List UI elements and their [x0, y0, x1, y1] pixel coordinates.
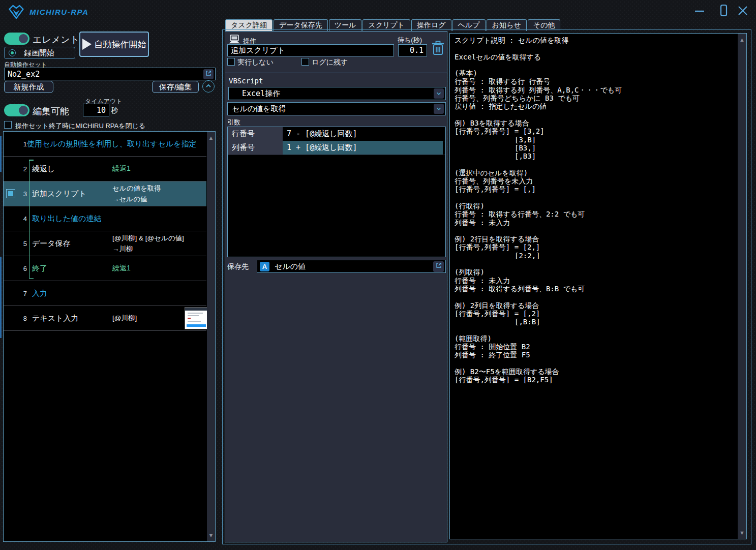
variable-type-icon: A — [260, 262, 269, 271]
argument-name: 行番号 — [228, 127, 283, 141]
skip-execution-label: 実行しない — [237, 58, 274, 67]
minimize-icon — [694, 5, 705, 18]
step-number: 7 — [4, 281, 27, 305]
timeout-unit: 秒 — [111, 106, 118, 115]
step-row-6[interactable]: 6 終了 繰返1 — [4, 256, 206, 281]
destination-open-button[interactable] — [433, 261, 444, 272]
script-description-area[interactable]: スクリプト説明 : セルの値を取得 Excelセルの値を取得する (基本) 行番… — [449, 33, 747, 539]
app-logo: MICHIRU-RPA — [8, 4, 88, 19]
step-label: 終了 — [32, 256, 47, 281]
wait-seconds-input[interactable] — [398, 44, 427, 56]
record-start-button[interactable]: 録画開始 — [4, 47, 75, 59]
external-link-icon — [205, 70, 212, 79]
script-action-dropdown[interactable]: セルの値を取得 — [227, 102, 446, 115]
step-value: 繰返1 — [112, 164, 131, 173]
step-value: セルの値を取得 — [112, 184, 161, 193]
destination-value: セルの値 — [275, 262, 306, 271]
scroll-down-icon[interactable]: ▼ — [739, 530, 745, 536]
step-value: 繰返1 — [112, 264, 131, 273]
new-button[interactable]: 新規作成 — [4, 81, 53, 93]
step-label: データ保存 — [32, 231, 71, 256]
arguments-table: 行番号 7 - [@繰返し回数] 列番号 1 + [@繰返し回数] — [227, 127, 446, 257]
auto-set-open-button[interactable] — [203, 69, 214, 79]
step-number: 2 — [4, 157, 27, 181]
chevron-down-icon[interactable] — [434, 88, 444, 99]
step-number: 4 — [4, 206, 27, 231]
auto-start-label: 自動操作開始 — [95, 39, 146, 50]
external-link-icon — [435, 262, 442, 271]
scroll-up-icon[interactable]: ▲ — [739, 37, 745, 43]
step-row-5[interactable]: 5 データ保存 [@川柳] & [@セルの値] →川柳 — [4, 231, 206, 256]
michiru-rpa-window: MICHIRU-RPA エレメント 録画開始 自動操作開始 自動操作セット 新規… — [0, 0, 756, 550]
trash-icon — [431, 49, 445, 57]
step-value-2: →セルの値 — [112, 195, 161, 204]
step-value-2: →川柳 — [112, 245, 184, 254]
editable-toggle[interactable] — [4, 104, 29, 116]
argument-name: 列番号 — [228, 141, 283, 155]
script-description-scrollbar[interactable]: ▲ ▼ — [738, 34, 746, 539]
arguments-label: 引数 — [227, 118, 240, 127]
collapse-button[interactable] — [202, 80, 215, 93]
vbscript-label: VBScript — [229, 77, 263, 85]
maximize-button[interactable] — [717, 5, 730, 18]
argument-value[interactable]: 7 - [@繰返し回数] — [283, 127, 443, 141]
step-value: [@川柳] — [112, 314, 137, 323]
loop-range-bracket — [29, 160, 34, 279]
new-button-label: 新規作成 — [14, 82, 44, 92]
chevron-down-icon[interactable] — [434, 104, 444, 114]
close-icon — [737, 5, 748, 18]
auto-start-button[interactable]: 自動操作開始 — [79, 32, 149, 57]
background-window-edge — [0, 136, 2, 172]
step-number: 5 — [4, 231, 27, 256]
step-row-1[interactable]: 1 使用セルの規則性を利用し、取り出すセルを指定 — [4, 132, 206, 157]
auto-set-name-input[interactable] — [4, 68, 216, 80]
step-label: 使用セルの規則性を利用し、取り出すセルを指定 — [27, 132, 197, 156]
michiru-logo-icon — [8, 4, 24, 19]
step-row-2[interactable]: 2 繰返し 繰返1 — [4, 157, 206, 181]
script-description-text: スクリプト説明 : セルの値を取得 Excelセルの値を取得する (基本) 行番… — [455, 36, 733, 384]
destination-input[interactable]: A セルの値 — [257, 260, 446, 273]
step-number: 6 — [4, 256, 27, 281]
step-row-4[interactable]: 4 取り出した値の連結 — [4, 206, 206, 231]
skip-execution-checkbox[interactable] — [227, 58, 235, 66]
step-row-3-selected[interactable]: 3 追加スクリプト セルの値を取得 →セルの値 — [4, 181, 206, 206]
step-label: 繰返し — [32, 157, 55, 181]
step-screenshot-thumbnail — [185, 307, 208, 329]
chevron-up-icon — [205, 82, 212, 91]
delete-step-button[interactable] — [431, 41, 445, 58]
record-radio-icon — [9, 49, 16, 56]
maximize-icon — [718, 4, 729, 19]
step-row-7[interactable]: 7 入力 — [4, 281, 206, 306]
scroll-up-icon[interactable]: ▲ — [208, 135, 214, 141]
step-label: 追加スクリプト — [32, 181, 86, 206]
step-row-8[interactable]: 8 テキスト入力 [@川柳] — [4, 306, 206, 331]
step-number: 1 — [4, 132, 27, 156]
step-number: 3 — [4, 181, 27, 206]
step-list-scrollbar[interactable]: ▲ ▼ — [207, 132, 215, 541]
script-category-value: Excel操作 — [242, 89, 280, 99]
minimize-button[interactable] — [693, 5, 706, 18]
step-value: [@川柳] & [@セルの値] — [112, 234, 184, 243]
argument-value-selected[interactable]: 1 + [@繰返し回数] — [283, 141, 443, 155]
close-button[interactable] — [736, 5, 749, 18]
argument-row-line-number[interactable]: 行番号 7 - [@繰返し回数] — [228, 127, 445, 141]
app-title: MICHIRU-RPA — [29, 8, 88, 16]
close-on-end-label: 操作セット終了時にMICHIRU RPAを閉じる — [15, 121, 145, 131]
element-toggle[interactable] — [4, 33, 29, 45]
element-toggle-label: エレメント — [33, 34, 79, 46]
step-number: 8 — [4, 306, 27, 330]
operation-name-input[interactable] — [227, 44, 394, 56]
step-label: 取り出した値の連結 — [32, 206, 101, 231]
timeout-input[interactable] — [83, 104, 109, 116]
save-edit-button[interactable]: 保存/編集 — [152, 81, 199, 93]
keep-log-checkbox[interactable] — [301, 58, 309, 66]
script-category-dropdown[interactable]: Excel操作 — [228, 87, 446, 100]
section-divider — [225, 73, 447, 73]
scroll-down-icon[interactable]: ▼ — [208, 532, 214, 538]
step-label: 入力 — [32, 281, 47, 305]
close-on-end-checkbox[interactable] — [4, 121, 12, 129]
argument-row-column-number[interactable]: 列番号 1 + [@繰返し回数] — [228, 141, 445, 155]
editable-toggle-label: 編集可能 — [33, 105, 69, 117]
step-label: テキスト入力 — [32, 306, 78, 330]
toggle-knob — [19, 34, 28, 43]
